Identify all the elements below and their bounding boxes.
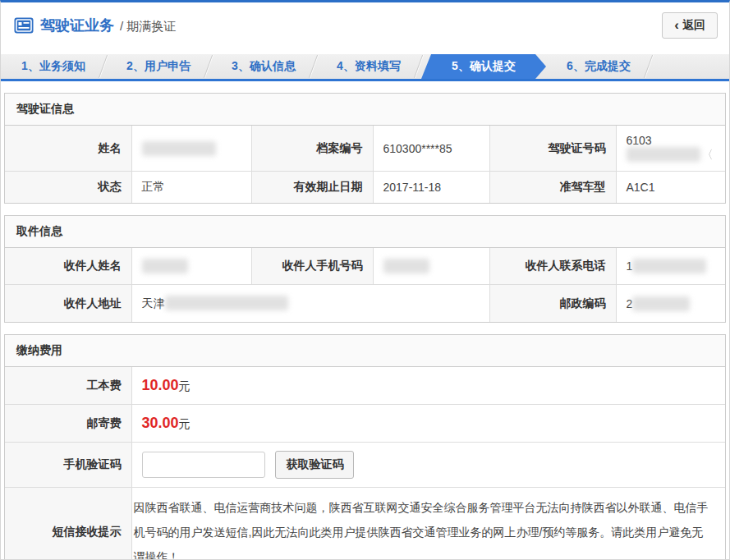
step-bar: 1、业务须知 2、用户申告 3、确认信息 4、资料填写 5、确认提交 6、完成提… [1,54,729,81]
label-expiry-date: 有效期止日期 [251,172,373,204]
production-fee-amount: 10.00 [142,377,179,393]
redacted-value [165,296,288,310]
redacted-value [627,147,700,162]
step-tab-5-active[interactable]: 5、确认提交 [421,54,546,79]
page-title: 驾驶证业务 [40,16,114,35]
value-file-number: 610300****85 [373,126,489,172]
label-recipient-mobile: 收件人手机号码 [251,248,373,285]
postage-fee-amount: 30.00 [142,415,179,431]
value-recipient-address-prefix: 天津 [142,296,165,310]
label-sms-code: 手机验证码 [5,443,131,488]
redacted-value [632,259,706,273]
license-table: 姓名 档案编号 610300****85 驾驶证号码 6103〈 状态 正常 有… [5,126,725,203]
label-file-number: 档案编号 [251,126,373,172]
label-production-fee: 工本费 [5,367,131,405]
value-recipient-address: 天津 [131,285,489,323]
payment-table: 工本费 10.00元 邮寄费 30.00元 手机验证码 获取验证码 短信接收提示… [5,367,725,560]
value-recipient-phone: 1 [616,248,725,285]
table-row: 手机验证码 获取验证码 [5,443,725,488]
table-row: 状态 正常 有效期止日期 2017-11-18 准驾车型 A1C1 [5,172,725,204]
step-tab-4[interactable]: 4、资料填写 [316,54,421,79]
value-recipient-phone-prefix: 1 [627,259,633,273]
section-pickup-title: 取件信息 [5,216,725,248]
table-row: 邮寄费 30.00元 [5,405,725,443]
label-recipient-address: 收件人地址 [5,285,131,323]
value-vehicle-class: A1C1 [616,172,725,204]
redacted-value [632,296,690,311]
header-bar: 驾驶证业务 / 期满换证 ‹ 返回 [1,2,729,48]
section-license-title: 驾驶证信息 [5,94,725,126]
table-row: 短信接收提示 因陕西省联通、电信运营商技术问题，陕西省互联网交通安全综合服务管理… [5,488,725,560]
value-status: 正常 [131,172,251,204]
table-row: 收件人地址 天津 邮政编码 2 [5,285,725,323]
back-button[interactable]: ‹ 返回 [662,12,718,39]
label-name: 姓名 [5,126,131,172]
redacted-value [383,259,429,273]
redacted-value [142,141,216,156]
step-tab-3[interactable]: 3、确认信息 [211,54,316,79]
label-postal-code: 邮政编码 [489,285,616,323]
production-fee-unit: 元 [179,379,191,392]
sms-code-input[interactable] [142,452,265,478]
label-vehicle-class: 准驾车型 [489,172,616,204]
step-bar-filler [651,54,729,79]
label-sms-notice: 短信接收提示 [5,488,131,560]
section-pickup-info: 取件信息 收件人姓名 收件人手机号码 收件人联系电话 1 收件人地址 天津 邮政… [4,215,726,323]
label-status: 状态 [5,172,131,204]
value-license-number: 6103〈 [616,126,725,172]
label-recipient-name: 收件人姓名 [5,248,131,285]
step-tab-1[interactable]: 1、业务须知 [1,54,106,79]
table-row: 工本费 10.00元 [5,367,725,405]
value-expiry-date: 2017-11-18 [373,172,489,204]
page: 驾驶证业务 / 期满换证 ‹ 返回 1、业务须知 2、用户申告 3、确认信息 4… [0,0,730,560]
value-postal-code-prefix: 2 [627,297,633,310]
value-production-fee: 10.00元 [131,367,725,405]
step-tab-6[interactable]: 6、完成提交 [546,54,651,79]
get-sms-code-button[interactable]: 获取验证码 [275,451,354,479]
label-postage-fee: 邮寄费 [5,405,131,443]
sms-notice-text: 因陕西省联通、电信运营商技术问题，陕西省互联网交通安全综合服务管理平台无法向持陕… [131,488,725,560]
breadcrumb-current: / 期满换证 [120,19,176,34]
table-row: 收件人姓名 收件人手机号码 收件人联系电话 1 [5,248,725,285]
section-payment-title: 缴纳费用 [5,335,725,367]
label-license-number: 驾驶证号码 [489,126,616,172]
section-payment: 缴纳费用 工本费 10.00元 邮寄费 30.00元 手机验证码 获取验证码 短… [4,334,726,560]
label-recipient-phone: 收件人联系电话 [489,248,616,285]
value-license-number-suffix: 〈 [702,148,714,161]
value-recipient-mobile [373,248,489,285]
table-row: 姓名 档案编号 610300****85 驾驶证号码 6103〈 [5,126,725,172]
back-chevron-icon: ‹ [674,21,679,30]
value-postage-fee: 30.00元 [131,405,725,443]
value-name [131,126,251,172]
step-tab-2[interactable]: 2、用户申告 [106,54,211,79]
postage-fee-unit: 元 [179,417,191,430]
value-postal-code: 2 [616,285,725,323]
value-recipient-name [131,248,251,285]
license-list-icon [14,17,34,34]
pickup-table: 收件人姓名 收件人手机号码 收件人联系电话 1 收件人地址 天津 邮政编码 2 [5,248,725,322]
back-button-label: 返回 [682,18,705,33]
section-license-info: 驾驶证信息 姓名 档案编号 610300****85 驾驶证号码 6103〈 状… [4,93,726,204]
value-license-number-prefix: 6103 [627,134,652,147]
redacted-value [142,259,188,273]
sms-code-cell: 获取验证码 [131,443,725,488]
